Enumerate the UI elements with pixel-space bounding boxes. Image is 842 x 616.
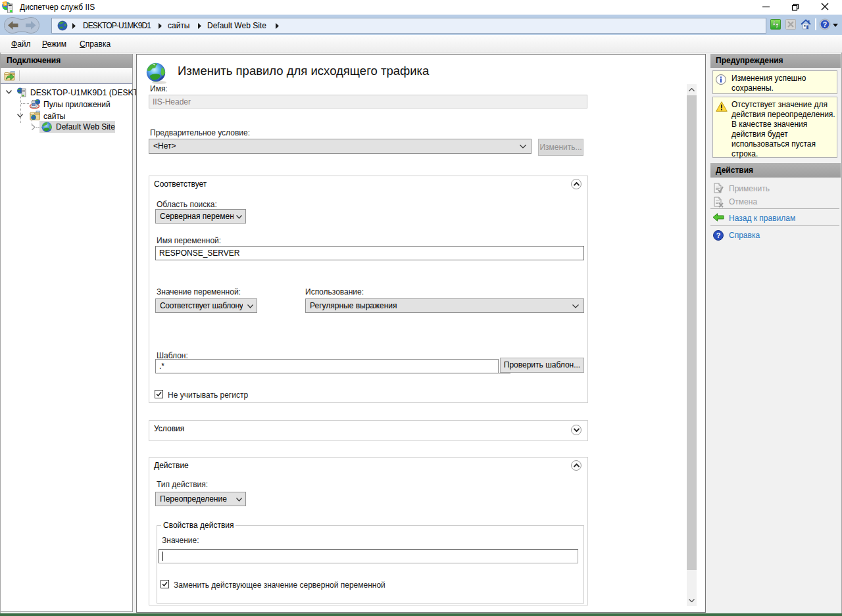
svg-text:?: ? (716, 231, 721, 239)
svg-text:?: ? (823, 20, 827, 28)
